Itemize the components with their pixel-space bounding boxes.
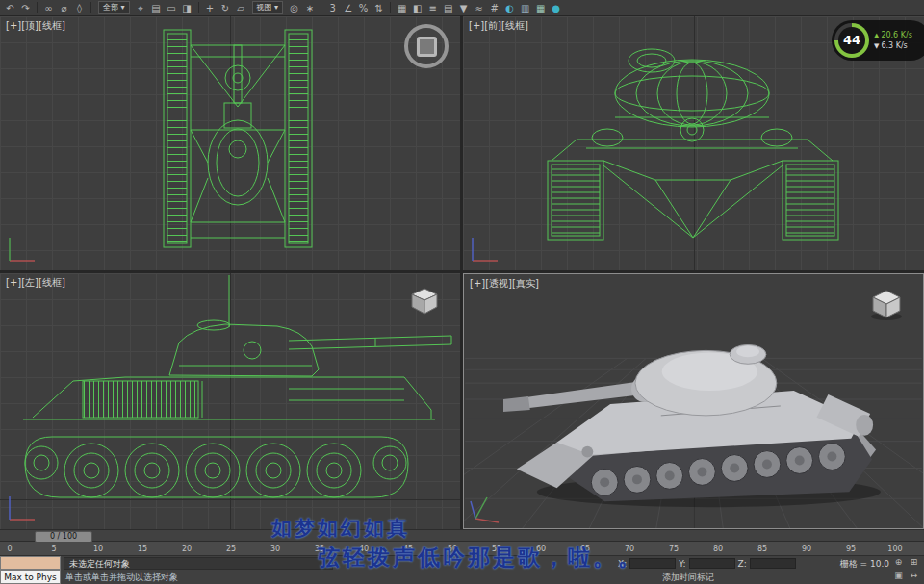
application-window: ↶↷∞⌀◊全部 ▾⌖▤▭◨+↻▱视图 ▾◎∗3∠%⇅▦◧≡▤▼≈#◐▥▦● [+… [0,0,924,584]
viewport-left-label[interactable]: [+][左][线框] [6,276,65,290]
toolbar-separator [90,2,91,13]
bind-to-spacewarp-icon[interactable]: ◊ [72,1,87,15]
select-object-icon[interactable]: ⌖ [134,1,148,15]
ruler-tick-85: 85 [757,545,767,553]
schematic-view-icon[interactable]: # [487,1,501,15]
fps-stats: ▲20.6 K/s ▼6.3 K/s [874,31,912,51]
angle-snap-icon[interactable]: ∠ [341,1,355,15]
ruler-tick-5: 5 [51,545,56,553]
fps-ring: 44 [834,23,869,58]
axis-tripod [467,236,501,267]
zoom-all-icon[interactable]: ⊞ [907,556,921,569]
mirror-icon[interactable]: ◧ [410,1,424,15]
grid-spacing-label: 栅格 = 10.0 [840,558,889,571]
viewcube-gizmo[interactable] [408,287,443,317]
viewport-top[interactable]: [+][顶][线框] [0,16,460,270]
add-time-tag[interactable]: 添加时间标记 [662,571,714,584]
ruler-tick-90: 90 [802,545,811,553]
snaps-toggle-icon[interactable]: 3 [325,1,340,15]
tank-wireframe-left-view [0,273,460,529]
fps-value: 44 [838,27,865,54]
maxscript-mini-listener[interactable] [0,556,61,570]
viewport-left[interactable]: [+][左][线框] [0,273,460,529]
ruler-tick-80: 80 [713,545,723,553]
select-and-manipulate-icon[interactable]: ∗ [302,1,317,15]
viewport-top-label[interactable]: [+][顶][线框] [6,19,65,33]
toolbar-separator [198,2,199,13]
select-by-name-icon[interactable]: ▤ [149,1,164,15]
y-coordinate-field[interactable] [689,558,735,569]
graphite-ribbon-icon[interactable]: ▼ [456,1,471,15]
ruler-tick-100: 100 [887,545,902,553]
ruler-tick-75: 75 [669,545,679,553]
rendered-frame-window-icon[interactable]: ▦ [533,1,548,15]
up-arrow-icon: ▲ [874,32,879,39]
axis-tripod [4,495,38,525]
ruler-tick-15: 15 [138,545,147,553]
prompt-line: 单击或单击并拖动以选择对象 [65,571,178,584]
upload-rate: ▲20.6 K/s [874,31,912,40]
rectangular-selection-region-icon[interactable]: ▭ [165,1,179,15]
reference-coordinate-system-dropdown[interactable]: 视图 ▾ [252,1,284,14]
y-label: Y: [679,559,685,569]
layer-manager-icon[interactable]: ▤ [441,1,455,15]
percent-snap-icon[interactable]: % [356,1,371,15]
window-crossing-icon[interactable]: ◨ [180,1,194,15]
zoom-icon[interactable]: ⊕ [891,556,906,569]
z-coordinate-field[interactable] [750,558,796,569]
viewport-perspective-label[interactable]: [+][透视][真实] [470,277,539,291]
coordinate-display: X: Y: Z: [618,557,796,570]
select-link-icon[interactable]: ∞ [41,1,56,15]
viewcube-gizmo[interactable] [867,288,906,322]
steering-wheel-gizmo[interactable] [404,24,449,68]
subtitle-line-2: 弦轻拨声低吟那是歌，啦。。 [318,543,643,572]
align-icon[interactable]: ≡ [425,1,440,15]
maxscript-listener-line[interactable]: Max to Phys [0,570,61,584]
time-slider[interactable]: 0 / 100 [0,529,924,542]
redo-icon[interactable]: ↷ [18,1,33,15]
edit-named-selection-sets-icon[interactable]: ▦ [395,1,409,15]
select-and-rotate-icon[interactable]: ↻ [218,1,233,15]
main-toolbar: ↶↷∞⌀◊全部 ▾⌖▤▭◨+↻▱视图 ▾◎∗3∠%⇅▦◧≡▤▼≈#◐▥▦● [0,0,924,16]
ruler-tick-30: 30 [270,545,280,553]
ruler-tick-95: 95 [846,545,856,553]
maximize-viewport-icon[interactable]: ▣ [891,570,906,582]
undo-icon[interactable]: ↶ [3,1,17,15]
download-rate: ▼6.3 K/s [874,41,912,51]
ruler-tick-20: 20 [182,545,192,553]
curve-editor-icon[interactable]: ≈ [472,1,486,15]
axis-tripod [468,494,502,524]
viewport-area: [+][顶][线框] [0,16,924,529]
pan-icon[interactable]: ↔ [907,570,921,582]
render-production-icon[interactable]: ● [549,1,563,15]
selection-filter-dropdown[interactable]: 全部 ▾ [98,1,130,14]
selection-status: 未选定任何对象 [64,557,333,570]
axis-tripod [4,236,38,267]
material-editor-icon[interactable]: ◐ [502,1,517,15]
tank-wireframe-top-view [0,16,460,270]
use-pivot-point-icon[interactable]: ◎ [287,1,301,15]
unlink-selection-icon[interactable]: ⌀ [57,1,71,15]
viewport-nav-controls: ⊕⊞▣↔ [891,556,922,582]
toolbar-separator [37,2,38,13]
down-arrow-icon: ▼ [874,42,879,50]
toolbar-separator [390,2,391,13]
z-label: Z: [738,559,747,569]
viewport-front-label[interactable]: [+][前][线框] [469,19,528,33]
ruler-tick-25: 25 [226,545,236,553]
steering-wheel-center [417,37,437,57]
ruler-tick-10: 10 [93,545,103,553]
tank-shaded-perspective-view [464,274,923,528]
select-and-move-icon[interactable]: + [203,1,218,15]
ruler-tick-0: 0 [7,545,12,553]
render-setup-icon[interactable]: ▥ [518,1,532,15]
spinner-snap-icon[interactable]: ⇅ [372,1,386,15]
fps-overlay: 44 ▲20.6 K/s ▼6.3 K/s [832,20,924,61]
viewport-perspective[interactable]: [+][透视][真实] [463,273,924,529]
select-and-scale-icon[interactable]: ▱ [234,1,248,15]
subtitle-line-1: 如梦如幻如真 [271,515,410,542]
toolbar-separator [321,2,321,13]
